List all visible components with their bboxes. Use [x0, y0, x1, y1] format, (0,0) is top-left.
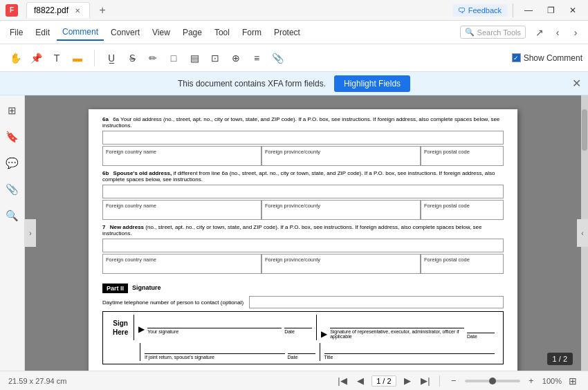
sidebar-comments-button[interactable]: 💬 — [3, 154, 22, 173]
your-sig-field: Your signature — [147, 316, 282, 334]
title-area: Title — [320, 343, 499, 361]
sidebar-bookmarks-button[interactable]: 🔖 — [3, 127, 22, 147]
minimize-button[interactable]: — — [519, 1, 538, 20]
xfa-banner: This document contains XFA form fields. … — [0, 72, 588, 95]
cat-no: Cat. No. 12081V — [345, 370, 386, 371]
field-7-num: 7 — [102, 224, 105, 230]
sig-arrow-2: ▶ — [321, 329, 327, 339]
foreign-country-2: Foreign country name — [102, 200, 261, 220]
last-page-button[interactable]: ▶| — [419, 374, 432, 388]
feedback-icon: 🗨 — [458, 6, 466, 15]
share-button[interactable]: ↗ — [531, 24, 548, 41]
text-comment-button[interactable]: T — [47, 48, 66, 68]
search-tools-box[interactable]: 🔍 Search Tools — [460, 26, 526, 39]
right-panel-toggle[interactable]: ‹ — [577, 219, 588, 247]
show-comment-checkbox[interactable] — [512, 53, 521, 62]
banner-close-button[interactable]: ✕ — [572, 77, 581, 90]
field-6b-num: 6b — [102, 170, 109, 176]
underline-button[interactable]: U̲ — [102, 48, 121, 68]
next-page-button[interactable]: ▶ — [401, 374, 414, 388]
field-7-row: 7 New address (no., street, apt. no., ci… — [102, 224, 504, 236]
tab-title: f8822.pdf — [34, 6, 68, 15]
status-right: |◀ ◀ ▶ ▶| − + 100% ⊞ — [336, 374, 580, 388]
scrollbar-thumb[interactable] — [582, 109, 587, 151]
first-page-button[interactable]: |◀ — [336, 374, 349, 388]
restore-button[interactable]: ❐ — [541, 1, 560, 20]
sign-here-spacer — [107, 343, 140, 361]
menu-file[interactable]: File — [4, 25, 28, 40]
field-6b-input — [102, 185, 504, 198]
page-input[interactable] — [371, 375, 396, 387]
stamp-button[interactable]: ⊕ — [226, 48, 246, 68]
nav-back-button[interactable]: ‹ — [549, 24, 566, 41]
zoom-thumb — [489, 378, 496, 384]
foreign-country-value-3 — [106, 263, 258, 272]
hand-tool-button[interactable]: ✋ — [6, 48, 25, 68]
date-line-2 — [467, 321, 495, 333]
foreign-province-1: Foreign province/county — [261, 146, 421, 166]
menu-protect[interactable]: Protect — [268, 25, 306, 40]
feedback-button[interactable]: 🗨 Feedback — [452, 4, 507, 17]
tab[interactable]: f8822.pdf ✕ — [26, 2, 90, 18]
new-tab-button[interactable]: + — [94, 2, 111, 19]
form-footer: For Privacy Act and Paperwork Reduction … — [102, 370, 504, 371]
your-signature-area: ▶ Your signature Date — [134, 315, 317, 340]
highlight-fields-button[interactable]: Highlight Fields — [334, 75, 410, 92]
foreign-province-2: Foreign province/county — [261, 200, 421, 220]
field-6a-foreign-row: Foreign country name Foreign province/co… — [102, 146, 504, 166]
left-panel-toggle[interactable]: › — [25, 219, 36, 247]
feedback-label: Feedback — [468, 6, 502, 15]
menu-tool[interactable]: Tool — [209, 25, 235, 40]
menu-view[interactable]: View — [147, 25, 176, 40]
your-sig-date: ▶ Your signature Date — [138, 316, 312, 334]
foreign-country-label-2: Foreign country name — [106, 202, 258, 210]
menu-form[interactable]: Form — [237, 25, 267, 40]
sidebar-pages-button[interactable]: ⊞ — [3, 101, 22, 120]
area-button[interactable]: ⊡ — [205, 48, 225, 68]
strikethrough-button[interactable]: S̶ — [122, 48, 142, 68]
close-button[interactable]: ✕ — [563, 1, 582, 20]
date-label-1: Date — [284, 329, 312, 334]
joint-return-area: If joint return, spouse's signature Date — [140, 343, 320, 361]
tab-close-button[interactable]: ✕ — [73, 6, 82, 15]
nav-forward-button[interactable]: › — [567, 24, 584, 41]
status-sep — [439, 375, 440, 387]
field-6a-input — [102, 131, 504, 145]
text-box-button[interactable]: ▤ — [185, 48, 204, 68]
date-field-1: Date — [284, 316, 312, 334]
foreign-province-3: Foreign province/county — [261, 254, 421, 274]
prev-page-button[interactable]: ◀ — [353, 374, 367, 388]
draw-button[interactable]: ✏ — [143, 48, 163, 68]
app-icon: F — [6, 4, 18, 17]
signature-button[interactable]: ≡ — [247, 48, 266, 68]
zoom-out-button[interactable]: − — [447, 374, 461, 388]
sticky-note-button[interactable]: 📌 — [26, 48, 46, 68]
sep1 — [94, 50, 95, 66]
date-line-1 — [284, 316, 312, 328]
field-6a-num: 6a — [102, 116, 109, 122]
rep-sig-label: Signature of representative, executor, a… — [330, 329, 464, 339]
zoom-slider[interactable] — [465, 380, 520, 382]
foreign-province-label-2: Foreign province/county — [265, 202, 417, 210]
zoom-in-button[interactable]: + — [524, 374, 538, 388]
fit-page-button[interactable]: ⊞ — [566, 374, 580, 388]
sidebar-attachments-button[interactable]: 📎 — [3, 180, 22, 199]
menu-actions: ↗ ‹ › — [531, 24, 584, 41]
joint-sig-field: If joint return, spouse's signature — [145, 344, 285, 360]
attach-button[interactable]: 📎 — [268, 48, 287, 68]
sign-here-box: SignHere ▶ Your signature — [102, 311, 504, 364]
field-7-input — [102, 239, 504, 252]
signature-label: Signature — [132, 284, 161, 291]
field-7-title: New address — [110, 224, 144, 230]
highlight-button[interactable]: ▬ — [68, 48, 87, 68]
menu-items: File Edit Comment Convert View Page Tool… — [4, 24, 459, 41]
menu-comment[interactable]: Comment — [57, 24, 104, 41]
menu-edit[interactable]: Edit — [30, 25, 55, 40]
your-sig-line — [147, 316, 282, 328]
sidebar-search-button[interactable]: 🔍 — [3, 206, 22, 225]
xfa-message: This document contains XFA form fields. — [178, 79, 326, 89]
menu-page[interactable]: Page — [177, 25, 208, 40]
shapes-button[interactable]: □ — [164, 48, 183, 68]
menu-convert[interactable]: Convert — [105, 25, 145, 40]
foreign-postal-1: Foreign postal code — [421, 146, 504, 166]
